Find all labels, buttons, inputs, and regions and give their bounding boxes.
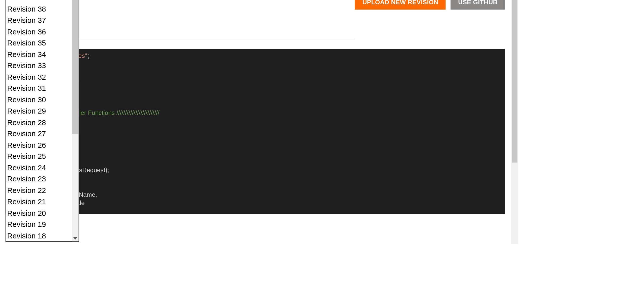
revision-dropdown[interactable]: Revision 43 (live)Revision 42Revision 41…	[6, 0, 79, 242]
revision-option[interactable]: Revision 37	[6, 15, 72, 26]
revision-option[interactable]: Revision 29	[6, 106, 72, 117]
revision-option[interactable]: Revision 20	[6, 208, 72, 219]
revision-dropdown-list: Revision 43 (live)Revision 42Revision 41…	[6, 0, 72, 241]
scrollbar-thumb[interactable]	[72, 0, 78, 134]
revision-option[interactable]: Revision 27	[6, 128, 72, 140]
revision-option[interactable]: Revision 35	[6, 38, 72, 49]
revision-option[interactable]: Revision 26	[6, 140, 72, 151]
dropdown-scrollbar[interactable]	[72, 0, 78, 241]
revision-option[interactable]: Revision 24	[6, 162, 72, 174]
revision-option[interactable]: Revision 33	[6, 60, 72, 72]
revision-option[interactable]: Revision 31	[6, 83, 72, 94]
revision-option[interactable]: Revision 22	[6, 185, 72, 196]
revision-option[interactable]: Revision 18	[6, 230, 72, 241]
revision-option[interactable]: Revision 25	[6, 151, 72, 162]
revision-option[interactable]: Revision 19	[6, 219, 72, 230]
revision-option[interactable]: Revision 21	[6, 196, 72, 208]
upload-new-revision-button[interactable]: UPLOAD NEW REVISION	[355, 0, 446, 10]
use-github-button[interactable]: USE GITHUB	[451, 0, 505, 10]
revision-option[interactable]: Revision 38	[6, 4, 72, 15]
page-scrollbar[interactable]	[511, 0, 518, 244]
revision-option[interactable]: Revision 23	[6, 174, 72, 185]
scrollbar-thumb[interactable]	[512, 0, 517, 163]
revision-option[interactable]: Revision 36	[6, 26, 72, 38]
revision-option[interactable]: Revision 32	[6, 72, 72, 83]
revision-option[interactable]: Revision 39	[6, 0, 72, 4]
revision-option[interactable]: Revision 28	[6, 117, 72, 128]
code-editor[interactable]: atalog = "CharacterClasses"; ENCY_CODE =…	[6, 49, 505, 214]
revision-option[interactable]: Revision 30	[6, 94, 72, 106]
revision-option[interactable]: Revision 34	[6, 49, 72, 60]
